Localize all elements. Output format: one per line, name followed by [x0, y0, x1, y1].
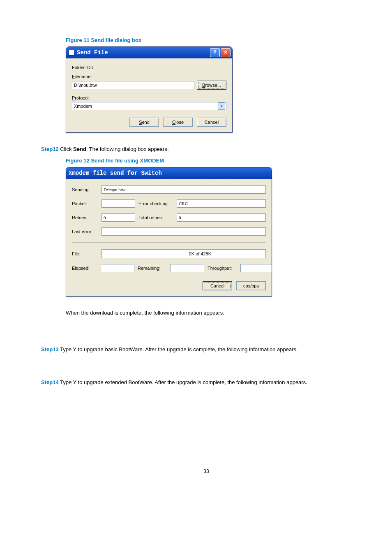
elapsed-value: [101, 264, 134, 272]
file-label: File:: [72, 251, 97, 256]
sending-label: Sending:: [72, 187, 97, 192]
packet-value: [101, 199, 135, 208]
after-figure12-text: When the download is complete, the follo…: [66, 309, 371, 317]
figure12-caption: Figure 12 Send the file using XMODEM: [66, 158, 371, 164]
step13-text: Type Y to upgrade basic BootWare. After …: [60, 346, 298, 352]
protocol-label: Protocol:: [72, 95, 226, 100]
xmodem-title: Xmodem file send for Switch: [69, 170, 162, 176]
errchk-label: Error checking:: [138, 201, 173, 206]
step14-label: Step14: [41, 379, 59, 385]
xmodem-titlebar: Xmodem file send for Switch: [66, 167, 272, 179]
errchk-value: CRC: [177, 199, 266, 208]
retries-value: 0: [101, 213, 135, 222]
close-icon[interactable]: ×: [221, 48, 231, 57]
cpsbps-button[interactable]: cps/bps: [236, 281, 266, 290]
file-progress-text: 0K of 428K: [189, 251, 211, 256]
close-button[interactable]: Close: [163, 118, 193, 127]
sending-value: D:\mpu.btw: [101, 185, 266, 194]
xmodem-cancel-button[interactable]: Cancel: [203, 281, 232, 290]
page-number: 33: [41, 468, 371, 474]
step12-text: Click Send. The following dialog box app…: [60, 146, 168, 152]
send-file-title: Send File: [77, 49, 108, 56]
protocol-value: Xmodem: [74, 104, 92, 109]
throughput-value: [240, 264, 272, 272]
step13-label: Step13: [41, 346, 59, 352]
send-file-titlebar: Send File ? ×: [66, 47, 232, 58]
chevron-down-icon: ▾: [218, 102, 225, 110]
totretries-label: Total retries:: [138, 215, 173, 220]
browse-button[interactable]: Browse...: [197, 81, 226, 90]
file-progressbar: 0K of 428K: [101, 249, 266, 258]
send-button[interactable]: Send: [129, 118, 159, 127]
totretries-value: 0: [177, 213, 266, 222]
step12-label: Step12: [41, 146, 59, 152]
folder-label: Folder: D:\: [72, 65, 226, 70]
send-file-dialog: Send File ? × Folder: D:\ Filename: Brow…: [66, 46, 233, 133]
cancel-button[interactable]: Cancel: [197, 118, 226, 127]
figure11-caption: Figure 11 Send file dialog box: [66, 37, 371, 43]
protocol-select[interactable]: Xmodem ▾: [72, 102, 226, 110]
remaining-value: [171, 264, 204, 272]
help-button[interactable]: ?: [210, 48, 220, 57]
throughput-label: Throughput:: [208, 266, 237, 271]
system-menu-icon: [69, 50, 74, 56]
packet-label: Packet:: [72, 201, 97, 206]
xmodem-dialog: Xmodem file send for Switch Sending: D:\…: [66, 167, 272, 297]
filename-input[interactable]: [72, 81, 194, 89]
elapsed-label: Elapsed:: [72, 266, 97, 271]
lasterror-label: Last error:: [72, 229, 97, 234]
filename-label: Filename:: [72, 74, 226, 79]
remaining-label: Remaining:: [138, 266, 167, 271]
retries-label: Retries:: [72, 215, 97, 220]
lasterror-value: [101, 227, 266, 236]
step14-text: Type Y to upgrade extended BootWare. Aft…: [60, 379, 307, 385]
